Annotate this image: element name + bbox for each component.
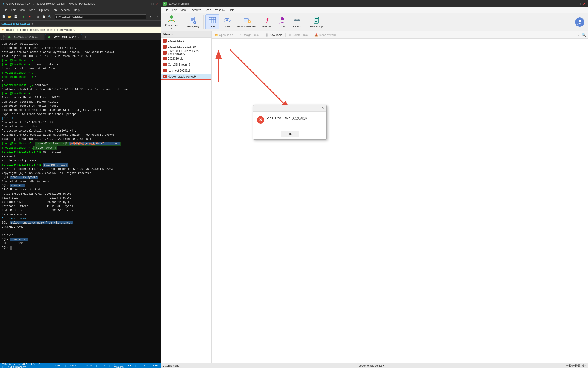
xshell-menu-tab[interactable]: Tab	[50, 8, 58, 12]
function-label: Function	[263, 25, 272, 28]
dialog-ok-button[interactable]: OK	[281, 131, 299, 137]
term-line: Connection established.	[2, 42, 159, 46]
open-table-btn[interactable]: 📂 Open Table	[213, 33, 234, 37]
xshell-toolbar: 📄 📂 💾 ▶ ■ ⧉ 📋 🔍 ⚙ ?	[0, 13, 161, 21]
oracle-icon-7: O	[163, 75, 167, 78]
tb-connect[interactable]: ▶	[21, 14, 27, 19]
design-table-btn[interactable]: ✏ Design Table	[238, 33, 260, 37]
term-line: [root@localhost ~]# setenforce 0	[2, 146, 159, 150]
highlighted-command-area: [root@localhost ~]# [root@localhost ~]# …	[2, 142, 159, 154]
oracle-icon-2: O	[163, 45, 166, 48]
xshell-menu-options[interactable]: Options	[37, 8, 50, 12]
xshell-menu-file[interactable]: File	[1, 8, 9, 12]
toolbar-data-pump-button[interactable]: Data Pump	[308, 15, 325, 29]
nav-menu-favorites[interactable]: Favorites	[188, 8, 203, 12]
tb-save[interactable]: 💾	[13, 14, 18, 19]
nav-menu-file[interactable]: File	[162, 8, 170, 12]
view-icon	[223, 16, 231, 24]
term-line: [C:\~]$	[2, 116, 159, 120]
conn-item-7[interactable]: O docker-oracle-centos9	[161, 74, 211, 80]
tab-1-close[interactable]: ✕	[40, 36, 41, 38]
nav-menu-tools[interactable]: Tools	[203, 8, 213, 12]
status-protocol: SSH2	[55, 364, 62, 367]
conn-item-3[interactable]: O 192.168.1.30-CentOS02-20237202035	[161, 50, 211, 56]
toolbar-new-query-button[interactable]: + New Query	[184, 15, 202, 29]
tb-copy[interactable]: ⧉	[35, 14, 40, 19]
xshell-close-button[interactable]: ✕	[155, 2, 159, 6]
navicat-statusbar: 7 Connections docker-oracle-centos9 CSD摄…	[161, 363, 588, 368]
tb-new[interactable]: 📄	[1, 14, 6, 19]
navicat-minimize-button[interactable]: ─	[573, 2, 577, 6]
term-line: Connection closing...Socket close.	[2, 100, 159, 104]
xshell-tab-1[interactable]: ⬤ 1 CentOS Stream 9.x ✕	[5, 34, 44, 40]
toolbar-function-button[interactable]: ƒ Function	[260, 15, 275, 29]
error-dialog: ✕ ✕ ORA-12541: TNS: 无监听程序 OK	[253, 105, 327, 140]
tb-find[interactable]: 🔍	[47, 14, 53, 19]
navicat-app-icon: N	[163, 2, 166, 6]
term-line: Connection established.	[2, 125, 159, 129]
toolbar-connection-button[interactable]: Connection ▼	[163, 13, 180, 31]
tb-help[interactable]: ?	[154, 14, 160, 19]
conn-item-6[interactable]: O localhost-2023619	[161, 68, 211, 74]
svg-rect-27	[315, 21, 317, 22]
objects-search-btn[interactable]: 🔍	[582, 33, 586, 37]
navicat-maximize-button[interactable]: □	[578, 2, 582, 6]
xshell-menu-tools[interactable]: Tools	[27, 8, 37, 12]
toolbar-others-button[interactable]: Others	[290, 15, 304, 29]
svg-point-28	[579, 20, 581, 22]
connection-label: Connection	[165, 24, 178, 27]
term-line: Connected to an idle instance.	[2, 179, 159, 184]
svg-point-22	[296, 19, 298, 21]
toolbar-address-input[interactable]	[55, 15, 146, 19]
nav-menu-help[interactable]: Help	[227, 8, 236, 12]
navicat-titlebar: N Navicat Premium ─ □ ✕	[161, 0, 588, 7]
toolbar-user-button[interactable]: User	[275, 15, 289, 29]
term-line: [root@localhost ~]#	[2, 58, 159, 63]
svg-point-15	[226, 19, 228, 21]
navicat-menubar: File Edit View Favorites Tools Window He…	[161, 7, 588, 13]
nav-menu-edit[interactable]: Edit	[170, 8, 178, 12]
tb-open[interactable]: 📂	[7, 14, 12, 19]
xshell-tab-2[interactable]: ⬤ 2 @4f130183e7c4:/ ✕	[45, 34, 82, 40]
import-wizard-btn[interactable]: 📥 Import Wizard	[313, 33, 337, 37]
toolbar-table-button[interactable]: Table	[205, 15, 219, 29]
xshell-menu-window[interactable]: Window	[59, 8, 72, 12]
term-line: [oracle@4f130183e7c4 /]$ sqlplus /nolog	[2, 163, 159, 167]
svg-point-0	[170, 15, 173, 19]
tb-paste[interactable]: 📋	[41, 14, 46, 19]
tb-disconnect[interactable]: ■	[27, 14, 32, 19]
xshell-maximize-button[interactable]: □	[151, 2, 154, 6]
svg-point-21	[294, 19, 296, 21]
xshell-menu-help[interactable]: Help	[72, 8, 82, 12]
conn-item-1[interactable]: O 192.168.1.16	[161, 38, 211, 44]
tab-add-button[interactable]: +	[83, 35, 88, 40]
status-path: ssh//192.168.35.128:22, 2023-7-22 17:12:…	[2, 362, 47, 368]
delete-table-btn[interactable]: 🗑 Delete Table	[288, 33, 309, 37]
xshell-menu-edit[interactable]: Edit	[9, 8, 18, 12]
term-line: helowin	[2, 233, 159, 237]
term-line: Copyright (c) 1982, 2009, Oracle. All ri…	[2, 171, 159, 175]
xshell-minimize-button[interactable]: ─	[146, 2, 150, 6]
xshell-title-icon: 🖥	[2, 2, 5, 6]
dialog-close-button[interactable]: ✕	[322, 107, 325, 110]
nav-menu-view[interactable]: View	[178, 8, 188, 12]
data-pump-icon	[312, 16, 321, 24]
conn-item-5[interactable]: O CentOS-Stream-9	[161, 62, 211, 68]
term-line: [root@localhost ~]#	[2, 92, 159, 96]
xshell-title-text: CentOS Stream 9.x - @4f130183e7c4:/ - Xs…	[6, 2, 97, 5]
xshell-menu-view[interactable]: View	[18, 8, 27, 12]
status-cap: CAP	[140, 364, 145, 367]
nav-menu-window[interactable]: Window	[213, 8, 227, 12]
toolbar-view-button[interactable]: View	[220, 15, 234, 29]
navicat-right-area: 📂 Open Table ✏ Design Table ➕ New Table	[212, 31, 588, 363]
objects-toolbar-expand-btn[interactable]: »	[578, 33, 580, 37]
toolbar-materialized-view-button[interactable]: Materialized View	[235, 15, 259, 29]
conn-item-4[interactable]: O 2023326-djc	[161, 56, 211, 62]
term-line: ----------------	[2, 229, 159, 233]
tb-settings[interactable]: ⚙	[148, 14, 154, 19]
navicat-close-button[interactable]: ✕	[582, 2, 586, 6]
conn-item-2[interactable]: O 192.168.1.30-2023710	[161, 44, 211, 50]
terminal-area[interactable]: Connection established. To escape to loc…	[0, 40, 161, 363]
new-table-btn[interactable]: ➕ New Table	[264, 33, 284, 37]
tab-2-close[interactable]: ✕	[77, 36, 79, 38]
